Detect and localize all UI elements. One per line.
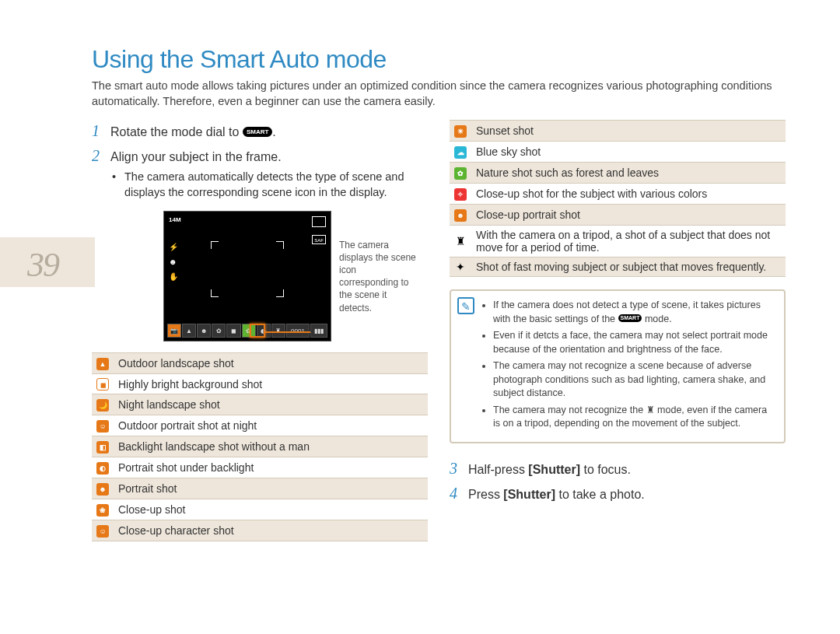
- scene-icon: ☀: [454, 125, 467, 138]
- step-number: 1: [92, 120, 110, 142]
- note-icon: ✎: [457, 297, 474, 314]
- scene-label: Shot of fast moving subject or subject t…: [471, 257, 786, 277]
- step-2-sub: The camera automatically detects the typ…: [124, 170, 428, 200]
- step-3-pre: Half-press: [468, 463, 528, 476]
- table-row: ❀Close-up shot: [92, 499, 428, 520]
- scene-label: Close-up portrait shot: [471, 205, 786, 226]
- step-number: 3: [450, 457, 468, 479]
- camera-icon: 📷: [167, 324, 181, 338]
- note-4-pre: The camera may not recognize the: [493, 405, 646, 415]
- scene-icon-cell: ◼: [92, 374, 114, 394]
- scene-icon: ♜: [456, 235, 466, 247]
- step-4: 4 Press [Shutter] to take a photo.: [450, 482, 786, 504]
- scene-icon-cell: ☀: [450, 121, 471, 142]
- scene-label: Portrait shot: [114, 478, 428, 499]
- step-number: 4: [450, 482, 468, 504]
- scene-icon: ◧: [96, 441, 109, 454]
- table-row: ✦Shot of fast moving subject or subject …: [450, 257, 786, 277]
- step-4-post: to take a photo.: [555, 488, 645, 501]
- scene-icon-cell: ◧: [92, 436, 114, 457]
- note-item: Even if it detcts a face, the camera may…: [493, 329, 776, 356]
- scene-highlight: [250, 324, 265, 338]
- scene-icon: ☺: [96, 420, 109, 433]
- lcd-mode-icon: [312, 216, 326, 227]
- scene-icon-cell: 🌙: [92, 394, 114, 415]
- note-item: The camera may not recognize the ♜ mode,…: [493, 404, 776, 431]
- scene-label: Outdoor portrait shot at night: [114, 415, 428, 436]
- scene-label: Nature shot such as forest and leaves: [471, 163, 786, 184]
- scene-label: Blue sky shot: [471, 142, 786, 163]
- scene-icon-cell: ✿: [450, 163, 471, 184]
- step-3: 3 Half-press [Shutter] to focus.: [450, 457, 786, 479]
- scene-icon-cell: ☺: [92, 520, 114, 541]
- step-4-pre: Press: [468, 488, 503, 501]
- scene-label: Sunset shot: [471, 121, 786, 142]
- scene-icon-cell: ✧: [450, 184, 471, 205]
- stabilizer-icon: ✋: [169, 272, 178, 281]
- step-number: 2: [92, 145, 110, 166]
- table-row: ☀Sunset shot: [450, 121, 786, 142]
- lcd-saf-icon: SAF: [312, 235, 326, 244]
- scene-icon-cell: ◐: [92, 457, 114, 478]
- intro-text: The smart auto mode allows taking pictur…: [92, 79, 786, 109]
- scene-table-left: ▲Outdoor landscape shot◼Highly bright ba…: [92, 352, 428, 541]
- table-row: ☁Blue sky shot: [450, 142, 786, 163]
- scene-icon: ◼: [226, 324, 240, 338]
- scene-icon-cell: ♜: [450, 226, 471, 257]
- left-column: 1 Rotate the mode dial to SMART. 2 Align…: [92, 120, 428, 541]
- step-1: 1 Rotate the mode dial to SMART.: [92, 120, 428, 142]
- scene-label: Highly bright background shot: [114, 374, 428, 394]
- scene-icon: ☁: [454, 146, 467, 159]
- scene-icon-cell: ❀: [92, 499, 114, 520]
- scene-icon: ❀: [96, 504, 109, 517]
- scene-icon: ✧: [454, 188, 467, 201]
- note-item: If the camera does not detect a type of …: [493, 299, 776, 326]
- table-row: ✧Close-up shot for the subject with vari…: [450, 184, 786, 205]
- face-icon: ☻: [169, 257, 178, 266]
- battery-icon: ▮▮▮: [310, 324, 327, 338]
- camera-screen-illustration: 14M SAF ⚡ ☻ ✋ 📷: [163, 211, 428, 342]
- table-row: ◐Portrait shot under backlight: [92, 457, 428, 478]
- scene-label: Close-up character shot: [114, 520, 428, 541]
- scene-icon: ◼: [96, 378, 109, 391]
- scene-icon-cell: ☺: [92, 415, 114, 436]
- scene-icon: ☻: [197, 324, 211, 338]
- right-column: ☀Sunset shot☁Blue sky shot✿Nature shot s…: [450, 120, 786, 541]
- step-3-post: to focus.: [580, 463, 631, 476]
- scene-label: With the camera on a tripod, a shot of a…: [471, 226, 786, 257]
- page-number: 39: [27, 245, 58, 285]
- table-row: ♜With the camera on a tripod, a shot of …: [450, 226, 786, 257]
- table-row: ☺Close-up character shot: [92, 520, 428, 541]
- bullet-icon: •: [112, 170, 124, 200]
- table-row: ◧Backlight landscape shot without a man: [92, 436, 428, 457]
- scene-icon: ☻: [96, 483, 109, 496]
- scene-icon-cell: ☻: [450, 205, 471, 226]
- note-box: ✎ If the camera does not detect a type o…: [450, 289, 786, 443]
- table-row: 🌙Night landscape shot: [92, 394, 428, 415]
- scene-icon: ✦: [456, 261, 465, 273]
- lcd-bottom-bar: 📷 ▲ ☻ ✿ ◼ ✿ ◐ ♜ 0001 ▮▮▮: [167, 324, 327, 338]
- page-title: Using the Smart Auto mode: [92, 45, 786, 74]
- step-3-bold: [Shutter]: [528, 463, 580, 476]
- smart-mode-icon: SMART: [243, 127, 272, 137]
- flash-icon: ⚡: [169, 243, 178, 251]
- table-row: ◼Highly bright background shot: [92, 374, 428, 394]
- camera-lcd: 14M SAF ⚡ ☻ ✋ 📷: [163, 211, 331, 342]
- step-1-text-pre: Rotate the mode dial to: [110, 125, 243, 138]
- page-content: Using the Smart Auto mode The smart auto…: [0, 0, 840, 541]
- scene-icon: ▲: [96, 358, 109, 370]
- scene-label: Backlight landscape shot without a man: [114, 436, 428, 457]
- scene-icon: ✿: [212, 324, 226, 338]
- scene-label: Portrait shot under backlight: [114, 457, 428, 478]
- table-row: ☻Portrait shot: [92, 478, 428, 499]
- note-1-post: mode.: [642, 313, 671, 324]
- scene-table-right: ☀Sunset shot☁Blue sky shot✿Nature shot s…: [450, 120, 786, 277]
- lcd-counter: 0001: [286, 324, 310, 338]
- table-row: ☺Outdoor portrait shot at night: [92, 415, 428, 436]
- scene-icon-cell: ✦: [450, 257, 471, 277]
- lcd-left-icons: ⚡ ☻ ✋: [169, 243, 178, 281]
- scene-icon: ▲: [182, 324, 196, 338]
- step-2-bullet: • The camera automatically detects the t…: [112, 170, 428, 200]
- scene-label: Close-up shot for the subject with vario…: [471, 184, 786, 205]
- step-4-bold: [Shutter]: [503, 488, 555, 501]
